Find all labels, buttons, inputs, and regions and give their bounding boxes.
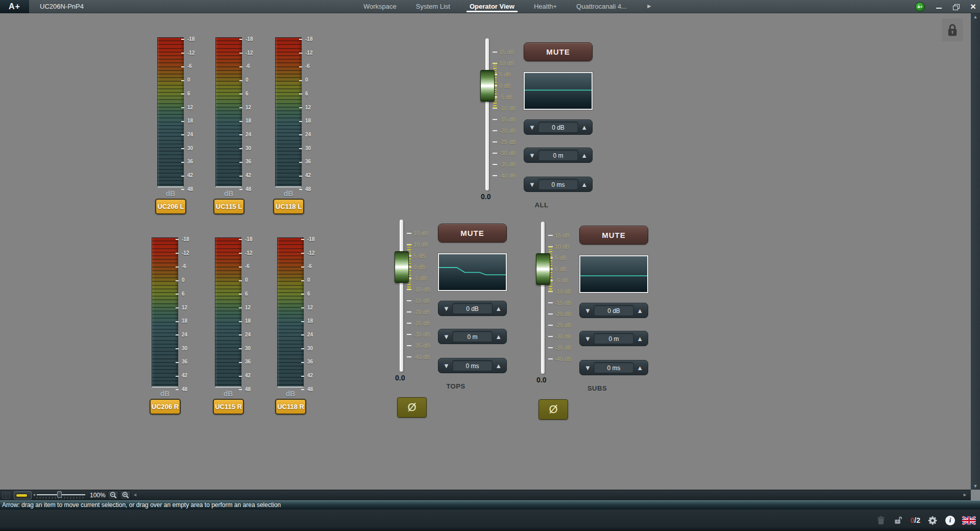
delay-decrement-button[interactable]: ▼ <box>584 365 591 371</box>
gain-spinner-all: ▼ 0 dB ▲ <box>524 119 593 135</box>
scroll-down-icon[interactable]: ▼ <box>973 482 978 490</box>
minimize-button[interactable] <box>936 8 942 9</box>
tab-operator-view[interactable]: Operator View <box>470 0 514 13</box>
delay-value[interactable]: 0 ms <box>594 362 634 373</box>
distance-value[interactable]: 0 m <box>594 333 634 344</box>
info-icon[interactable]: i <box>945 516 955 525</box>
distance-value[interactable]: 0 m <box>538 150 578 161</box>
delay-value[interactable]: 0 ms <box>452 360 493 371</box>
gain-value[interactable]: 0 dB <box>538 122 578 133</box>
distance-decrement-button[interactable]: ▼ <box>443 333 450 340</box>
delay-increment-button[interactable]: ▲ <box>495 363 502 369</box>
fader-knob-subs[interactable] <box>536 253 550 285</box>
delay-decrement-button[interactable]: ▼ <box>443 363 450 369</box>
fader-track[interactable] <box>400 220 403 372</box>
armonia-operator-view: A+ UC206N-PnP4 Workspace System List Ope… <box>0 0 980 531</box>
mute-button-tops[interactable]: MUTE <box>438 224 507 243</box>
meter-scale: -18-12-60612182430364248 <box>179 233 194 397</box>
fader-scale-label: -30 dB <box>413 329 438 340</box>
meter-scale-label: 12 <box>242 301 257 315</box>
gain-decrement-button[interactable]: ▼ <box>584 307 591 314</box>
zoom-slider-thumb[interactable] <box>57 491 62 498</box>
fader-scale-label: -5 dB <box>555 275 579 286</box>
channel-button-uc115-r[interactable]: UC115 R <box>213 399 244 415</box>
fader-scale-label: 5 dB <box>413 250 438 261</box>
expand-right-icon[interactable]: ► <box>963 492 967 497</box>
line-style-button[interactable] <box>14 491 32 499</box>
tab-workspace[interactable]: Workspace <box>363 0 397 13</box>
gain-increment-button[interactable]: ▲ <box>636 307 643 314</box>
grid-tool-icon[interactable] <box>2 492 10 499</box>
line-style-caret-icon[interactable]: ▼ <box>33 493 36 497</box>
fader-scale-label: -20 dB <box>413 306 438 318</box>
language-flag-icon[interactable] <box>962 516 976 525</box>
collapse-left-icon[interactable]: ◄ <box>133 492 137 497</box>
delay-increment-button[interactable]: ▲ <box>636 365 643 371</box>
fader-scale-label: -35 dB <box>413 340 438 351</box>
gain-increment-button[interactable]: ▲ <box>581 124 587 131</box>
phase-button-tops[interactable]: Ø <box>397 397 427 418</box>
distance-increment-button[interactable]: ▲ <box>581 152 587 159</box>
fader-scale-label: -25 dB <box>555 320 579 331</box>
meter-scale-label: 24 <box>304 328 320 342</box>
workspace-canvas[interactable]: -18-12-60612182430364248 dB UC206 L -18-… <box>0 13 980 490</box>
fader-track[interactable] <box>541 222 545 374</box>
gain-value[interactable]: 0 dB <box>452 303 493 314</box>
meter-scale-label: 6 <box>302 87 317 101</box>
distance-increment-button[interactable]: ▲ <box>636 335 643 342</box>
mute-button-subs[interactable]: MUTE <box>579 226 648 245</box>
meter-unit-label: dB <box>152 390 178 398</box>
delay-spinner-tops: ▼ 0 ms ▲ <box>438 358 507 373</box>
gain-decrement-button[interactable]: ▼ <box>529 124 535 131</box>
tab-system-list[interactable]: System List <box>416 0 450 13</box>
gear-icon[interactable] <box>927 515 938 526</box>
vertical-scrollbar[interactable]: ▲ ▼ <box>971 13 980 490</box>
fader-knob-all[interactable] <box>480 70 495 102</box>
meter-scale-label: 42 <box>242 369 257 383</box>
selection-counter: 0/2 <box>911 516 920 524</box>
fader-value-tops: 0.0 <box>395 374 415 382</box>
trash-icon[interactable] <box>876 515 886 525</box>
lock-icon <box>945 21 960 39</box>
unlock-icon[interactable] <box>893 515 903 525</box>
fader-track[interactable] <box>485 38 489 190</box>
meter-scale-label: -12 <box>304 247 320 260</box>
channel-button-uc115-l[interactable]: UC115 L <box>213 199 244 214</box>
meter-scale-label: -18 <box>302 33 317 46</box>
level-meter-uc206-l: -18-12-60612182430364248 dB UC206 L <box>157 37 218 221</box>
view-lock-button[interactable] <box>942 18 963 41</box>
gain-value[interactable]: 0 dB <box>594 305 634 316</box>
zoom-in-button[interactable] <box>120 491 131 500</box>
channel-button-uc118-l[interactable]: UC118 L <box>273 199 304 214</box>
fader-scale-label: 5 dB <box>499 69 524 80</box>
meter-scale-label: 0 <box>242 74 258 87</box>
tab-health[interactable]: Health+ <box>534 0 557 13</box>
distance-value[interactable]: 0 m <box>452 331 493 342</box>
distance-spinner-all: ▼ 0 m ▲ <box>524 148 593 163</box>
gain-decrement-button[interactable]: ▼ <box>443 305 450 312</box>
delay-increment-button[interactable]: ▲ <box>581 181 587 188</box>
channel-button-uc206-l[interactable]: UC206 L <box>155 199 186 214</box>
delay-decrement-button[interactable]: ▼ <box>529 181 535 188</box>
zoom-out-button[interactable] <box>108 491 118 500</box>
delay-value[interactable]: 0 ms <box>538 179 578 190</box>
fader-scale-label: 15 dB <box>413 228 438 239</box>
eq-graph-subs <box>579 255 648 293</box>
tab-overflow-play-icon[interactable]: ► <box>646 0 652 13</box>
distance-decrement-button[interactable]: ▼ <box>584 335 591 342</box>
fader-knob-tops[interactable] <box>395 251 409 283</box>
meter-scale-label: 6 <box>304 287 320 301</box>
phase-button-subs[interactable]: Ø <box>538 399 568 420</box>
distance-increment-button[interactable]: ▲ <box>495 333 502 340</box>
gain-increment-button[interactable]: ▲ <box>495 305 502 312</box>
close-button[interactable]: × <box>970 2 976 12</box>
channel-button-uc118-r[interactable]: UC118 R <box>275 399 306 415</box>
tab-quattrocanali[interactable]: Quattrocanali 4... <box>576 0 627 13</box>
scroll-up-icon[interactable]: ▲ <box>973 13 978 20</box>
restore-button[interactable] <box>953 4 959 10</box>
mute-button-all[interactable]: MUTE <box>524 42 593 61</box>
distance-decrement-button[interactable]: ▼ <box>529 152 535 159</box>
armonia-status-badge[interactable]: A+ <box>915 2 925 12</box>
level-meter-uc115-l: -18-12-60612182430364248 dB UC115 L <box>215 37 277 221</box>
channel-button-uc206-r[interactable]: UC206 R <box>150 399 181 415</box>
